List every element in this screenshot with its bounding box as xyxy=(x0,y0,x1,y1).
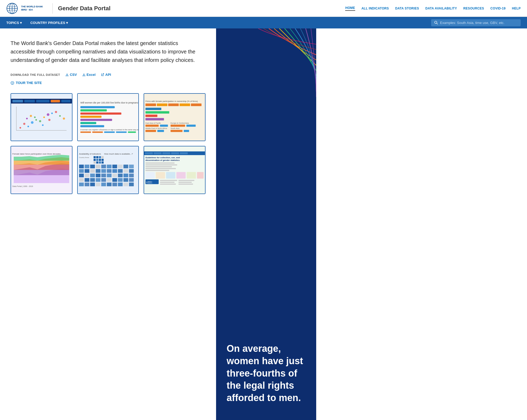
svg-text:East Asia & Pacific: East Asia & Pacific xyxy=(145,122,161,124)
svg-rect-53 xyxy=(168,103,179,106)
svg-point-23 xyxy=(51,112,53,114)
nav-data-stories[interactable]: DATA STORIES xyxy=(395,7,419,10)
svg-point-18 xyxy=(31,121,33,124)
portal-title: Gender Data Portal xyxy=(58,5,110,12)
svg-text:Will women die per 100,000 liv: Will women die per 100,000 live births d… xyxy=(80,101,139,104)
excel-download-link[interactable]: Excel xyxy=(82,73,96,77)
svg-rect-126 xyxy=(79,178,84,182)
api-link[interactable]: API xyxy=(101,73,111,77)
secondary-nav: TOPICS ▾ COUNTRY PROFILES ▾ xyxy=(0,17,527,28)
nav-help[interactable]: HELP xyxy=(512,7,521,10)
data-stories-chart-icon: Female labor force participation over th… xyxy=(11,146,72,193)
svg-point-30 xyxy=(59,115,61,117)
svg-rect-95 xyxy=(101,162,104,164)
svg-rect-48 xyxy=(128,131,136,133)
card-data-availability-footer[interactable]: DATA AVAILABILITY › xyxy=(78,194,139,194)
svg-rect-113 xyxy=(118,169,123,173)
svg-rect-111 xyxy=(107,169,111,173)
svg-text:Europe & Central Asia: Europe & Central Asia xyxy=(171,122,189,124)
card-data-availability-image: Availability of indicators How much data… xyxy=(78,146,139,193)
cards-grid: INDICATORS › Will women die per 100,000 … xyxy=(11,93,206,194)
svg-rect-149 xyxy=(154,152,162,154)
nav-home[interactable]: HOME xyxy=(345,6,355,11)
svg-rect-132 xyxy=(112,178,117,182)
search-icon xyxy=(434,21,438,24)
svg-rect-110 xyxy=(101,169,106,173)
nav-covid19[interactable]: COVID-19 xyxy=(490,7,506,10)
svg-rect-156 xyxy=(145,165,177,166)
card-countries-footer[interactable]: COUNTRIES › xyxy=(78,141,139,141)
card-topics[interactable]: Firms with female participation in owner… xyxy=(144,93,206,141)
svg-rect-120 xyxy=(101,174,106,177)
svg-rect-12 xyxy=(36,100,49,102)
search-bar[interactable] xyxy=(431,19,521,26)
svg-rect-13 xyxy=(51,100,60,102)
svg-rect-169 xyxy=(160,180,177,181)
svg-text:Female labor force participati: Female labor force participation over th… xyxy=(12,153,61,155)
topics-chart-icon: Firms with female participation in owner… xyxy=(144,94,205,141)
svg-rect-123 xyxy=(118,174,123,177)
card-indicators-image xyxy=(11,94,72,141)
svg-rect-54 xyxy=(180,103,190,106)
svg-point-22 xyxy=(47,113,49,116)
svg-rect-128 xyxy=(90,178,95,182)
svg-rect-71 xyxy=(184,130,189,132)
download-label: DOWNLOAD THE FULL DATASET xyxy=(11,73,60,76)
card-topics-footer[interactable]: TOPICS › xyxy=(144,141,205,141)
svg-rect-42 xyxy=(80,125,104,127)
tour-link[interactable]: ? TOUR THE SITE xyxy=(11,81,206,85)
topics-nav-item[interactable]: TOPICS ▾ xyxy=(6,21,22,25)
svg-point-28 xyxy=(42,124,43,126)
svg-rect-121 xyxy=(107,174,111,177)
svg-point-31 xyxy=(63,117,65,120)
country-profiles-nav-item[interactable]: COUNTRY PROFILES ▾ xyxy=(30,21,68,25)
svg-rect-94 xyxy=(99,162,101,164)
svg-rect-57 xyxy=(145,111,169,113)
card-data-availability[interactable]: Availability of indicators How much data… xyxy=(77,146,139,194)
card-resources-footer[interactable]: RESOURCES › xyxy=(144,194,205,194)
svg-rect-145 xyxy=(129,183,134,186)
search-input[interactable] xyxy=(440,21,518,25)
svg-rect-115 xyxy=(129,169,134,173)
svg-rect-150 xyxy=(163,152,170,154)
svg-rect-127 xyxy=(85,178,89,182)
card-data-stories-footer[interactable]: DATA STORIES › xyxy=(11,194,72,194)
svg-rect-129 xyxy=(96,178,100,182)
svg-rect-104 xyxy=(123,165,128,169)
csv-download-link[interactable]: CSV xyxy=(65,73,77,77)
svg-point-26 xyxy=(30,115,32,117)
help-circle-icon: ? xyxy=(11,81,14,85)
logo-text: THE WORLD BANK IBRD · IDA xyxy=(21,5,43,11)
card-indicators[interactable]: INDICATORS › xyxy=(11,93,72,141)
svg-rect-41 xyxy=(80,122,96,124)
card-data-stories[interactable]: Female labor force participation over th… xyxy=(11,146,72,194)
svg-rect-40 xyxy=(80,119,112,121)
logo-area[interactable]: THE WORLD BANK IBRD · IDA xyxy=(6,3,43,14)
svg-rect-163 xyxy=(177,172,186,179)
card-resources[interactable]: Guidelines for collection, use, and diss… xyxy=(144,146,206,194)
svg-rect-164 xyxy=(187,172,196,179)
svg-rect-92 xyxy=(94,162,96,164)
nav-data-availability[interactable]: DATA AVAILABILITY xyxy=(425,7,457,10)
svg-rect-133 xyxy=(118,178,123,182)
card-indicators-footer[interactable]: INDICATORS › xyxy=(11,141,72,141)
nav-resources[interactable]: RESOURCES xyxy=(463,7,484,10)
svg-rect-108 xyxy=(90,169,95,173)
svg-rect-141 xyxy=(107,183,111,186)
svg-rect-89 xyxy=(96,159,98,161)
svg-text:Firms with female participatio: Firms with female participation in owner… xyxy=(145,100,198,102)
svg-rect-158 xyxy=(145,168,176,169)
svg-rect-65 xyxy=(187,125,196,127)
decorative-lines-icon xyxy=(216,28,316,102)
svg-point-20 xyxy=(39,120,41,122)
svg-rect-171 xyxy=(160,184,176,185)
svg-rect-98 xyxy=(90,165,95,169)
svg-rect-131 xyxy=(107,178,111,182)
svg-rect-172 xyxy=(179,180,194,181)
svg-rect-107 xyxy=(85,169,89,173)
nav-all-indicators[interactable]: ALL INDICATORS xyxy=(362,7,389,10)
card-countries[interactable]: Will women die per 100,000 live births d… xyxy=(77,93,139,141)
download-section: DOWNLOAD THE FULL DATASET CSV Excel API xyxy=(11,73,206,77)
svg-rect-140 xyxy=(101,183,106,186)
svg-rect-99 xyxy=(96,165,100,169)
